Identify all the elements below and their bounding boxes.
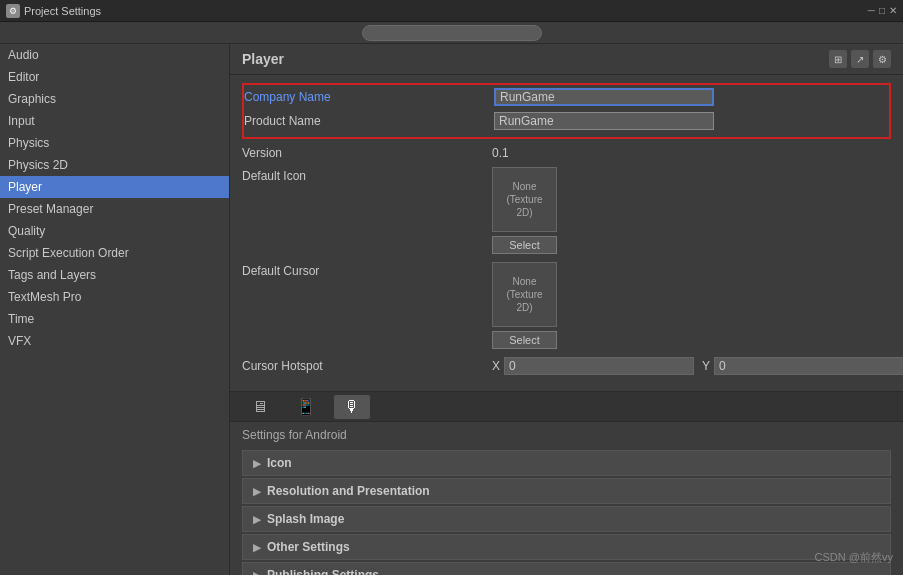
section-resolution-header[interactable]: ▶ Resolution and Presentation	[243, 479, 890, 503]
sidebar-item-editor[interactable]: Editor	[0, 66, 229, 88]
version-label: Version	[242, 146, 492, 160]
settings-for-label: Settings for Android	[230, 422, 903, 448]
minimize-button[interactable]: ─	[868, 5, 875, 16]
section-other-settings-label: Other Settings	[267, 540, 350, 554]
hotspot-y-field: Y	[702, 357, 903, 375]
default-icon-label: Default Icon	[242, 167, 492, 183]
chevron-icon: ▶	[253, 458, 261, 469]
sidebar: Audio Editor Graphics Input Physics Phys…	[0, 44, 230, 575]
settings-icon: ⚙	[6, 4, 20, 18]
section-publishing-header[interactable]: ▶ Publishing Settings	[243, 563, 890, 575]
main-layout: Audio Editor Graphics Input Physics Phys…	[0, 44, 903, 575]
section-publishing: ▶ Publishing Settings	[242, 562, 891, 575]
hotspot-y-axis: Y	[702, 359, 710, 373]
product-name-row: Product Name	[244, 111, 889, 131]
title-bar-controls: ─ □ ✕	[868, 5, 897, 16]
android-icon: 🎙	[344, 398, 360, 415]
sidebar-item-script-execution-order[interactable]: Script Execution Order	[0, 242, 229, 264]
default-icon-section: Default Icon None(Texture2D) Select	[242, 167, 891, 254]
section-other-settings: ▶ Other Settings	[242, 534, 891, 560]
title-bar: ⚙ Project Settings ─ □ ✕	[0, 0, 903, 22]
hotspot-y-input[interactable]	[714, 357, 903, 375]
default-icon-preview: None(Texture2D)	[492, 167, 557, 232]
sidebar-item-quality[interactable]: Quality	[0, 220, 229, 242]
section-splash-label: Splash Image	[267, 512, 344, 526]
default-icon-side: None(Texture2D) Select	[492, 167, 557, 254]
hotspot-x-field: X	[492, 357, 694, 375]
version-row: Version 0.1	[242, 143, 891, 163]
default-cursor-select-button[interactable]: Select	[492, 331, 557, 349]
header-icon-2[interactable]: ↗	[851, 50, 869, 68]
header-icons: ⊞ ↗ ⚙	[829, 50, 891, 68]
section-splash: ▶ Splash Image	[242, 506, 891, 532]
section-resolution-label: Resolution and Presentation	[267, 484, 430, 498]
chevron-icon: ▶	[253, 514, 261, 525]
hotspot-fields: X Y	[492, 357, 903, 375]
header-icon-1[interactable]: ⊞	[829, 50, 847, 68]
section-icon-header[interactable]: ▶ Icon	[243, 451, 890, 475]
section-splash-header[interactable]: ▶ Splash Image	[243, 507, 890, 531]
chevron-icon: ▶	[253, 486, 261, 497]
search-bar	[0, 22, 903, 44]
default-icon-select-button[interactable]: Select	[492, 236, 557, 254]
default-cursor-preview: None(Texture2D)	[492, 262, 557, 327]
chevron-icon: ▶	[253, 542, 261, 553]
watermark: CSDN @前然vy	[815, 550, 893, 565]
chevron-icon: ▶	[253, 570, 261, 576]
sidebar-item-time[interactable]: Time	[0, 308, 229, 330]
search-input[interactable]	[362, 25, 542, 41]
title-bar-left: ⚙ Project Settings	[6, 4, 101, 18]
sidebar-item-textmesh-pro[interactable]: TextMesh Pro	[0, 286, 229, 308]
cursor-hotspot-label: Cursor Hotspot	[242, 359, 492, 373]
content-header: Player ⊞ ↗ ⚙	[230, 44, 903, 75]
version-value: 0.1	[492, 146, 891, 160]
sidebar-item-input[interactable]: Input	[0, 110, 229, 132]
desktop-icon: 🖥	[252, 398, 268, 415]
hotspot-x-axis: X	[492, 359, 500, 373]
company-name-label: Company Name	[244, 90, 494, 104]
company-name-input[interactable]	[494, 88, 714, 106]
platform-tab-desktop[interactable]: 🖥	[242, 395, 278, 419]
company-name-row: Company Name	[244, 87, 889, 107]
fields-section: Company Name Product Name Version 0.1 De…	[230, 75, 903, 391]
mobile-icon: 📱	[296, 398, 316, 415]
section-other-settings-header[interactable]: ▶ Other Settings	[243, 535, 890, 559]
section-publishing-label: Publishing Settings	[267, 568, 379, 575]
hotspot-x-input[interactable]	[504, 357, 694, 375]
title-bar-text: Project Settings	[24, 5, 101, 17]
product-name-label: Product Name	[244, 114, 494, 128]
sidebar-item-vfx[interactable]: VFX	[0, 330, 229, 352]
content-title: Player	[242, 51, 284, 67]
platform-tab-mobile[interactable]: 📱	[286, 394, 326, 419]
maximize-button[interactable]: □	[879, 5, 885, 16]
sidebar-item-audio[interactable]: Audio	[0, 44, 229, 66]
cursor-hotspot-row: Cursor Hotspot X Y	[242, 357, 891, 375]
sidebar-item-preset-manager[interactable]: Preset Manager	[0, 198, 229, 220]
platform-tabs: 🖥 📱 🎙	[230, 391, 903, 422]
header-icon-gear[interactable]: ⚙	[873, 50, 891, 68]
section-icon: ▶ Icon	[242, 450, 891, 476]
sidebar-item-tags-and-layers[interactable]: Tags and Layers	[0, 264, 229, 286]
product-name-input[interactable]	[494, 112, 714, 130]
company-product-group: Company Name Product Name	[242, 83, 891, 139]
sidebar-item-graphics[interactable]: Graphics	[0, 88, 229, 110]
default-cursor-section: Default Cursor None(Texture2D) Select	[242, 262, 891, 349]
sidebar-item-physics2d[interactable]: Physics 2D	[0, 154, 229, 176]
platform-tab-android[interactable]: 🎙	[334, 395, 370, 419]
default-cursor-side: None(Texture2D) Select	[492, 262, 557, 349]
sidebar-item-player[interactable]: Player	[0, 176, 229, 198]
section-resolution: ▶ Resolution and Presentation	[242, 478, 891, 504]
content-area: Player ⊞ ↗ ⚙ Company Name Product Name	[230, 44, 903, 575]
close-button[interactable]: ✕	[889, 5, 897, 16]
default-cursor-label: Default Cursor	[242, 262, 492, 278]
section-icon-label: Icon	[267, 456, 292, 470]
sidebar-item-physics[interactable]: Physics	[0, 132, 229, 154]
